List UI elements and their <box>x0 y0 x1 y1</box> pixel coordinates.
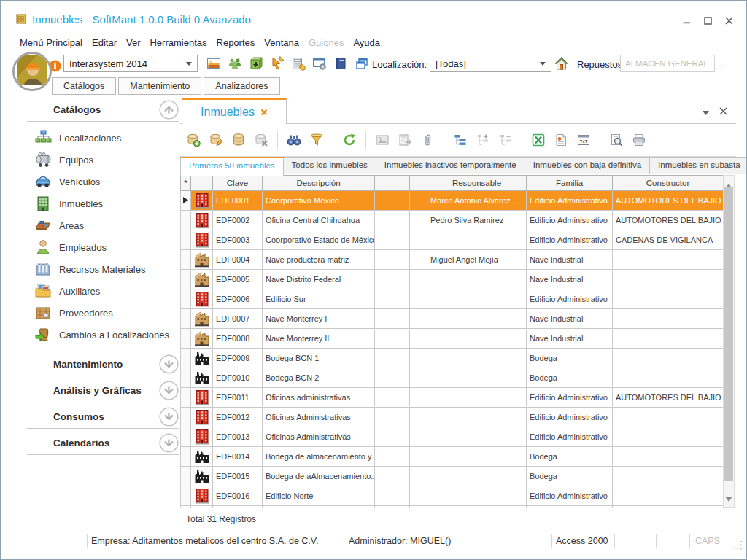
column-header-clave[interactable]: Clave <box>213 176 263 191</box>
cell-responsable[interactable] <box>427 467 527 486</box>
row-selector-cell[interactable] <box>181 211 191 230</box>
search-binoculars-icon[interactable] <box>285 131 303 149</box>
cell-extra-2[interactable] <box>392 211 410 230</box>
tab-catalogos[interactable]: Catálogos <box>52 77 116 95</box>
row-selector-cell[interactable] <box>181 270 191 289</box>
menu-item-ayuda[interactable]: Ayuda <box>353 37 380 48</box>
cell-extra-1[interactable] <box>375 506 392 509</box>
view-tab-inmuebles-con-baja-definitiva[interactable]: Inmuebles con baja definitiva <box>525 157 650 174</box>
menu-item-herramientas[interactable]: Herramientas <box>150 37 206 48</box>
cell-constructor[interactable] <box>613 309 724 329</box>
row-icon-cell[interactable] <box>191 270 213 289</box>
row-selector-cell[interactable] <box>181 230 191 250</box>
cell-extra-1[interactable] <box>375 250 392 270</box>
cell-familia[interactable]: Nave Industrial <box>527 270 613 289</box>
row-icon-cell[interactable] <box>191 349 213 368</box>
table-row[interactable]: EDF0011Oficinas administrativasEdificio … <box>181 388 724 408</box>
cell-extra-2[interactable] <box>392 467 410 486</box>
row-icon-cell[interactable] <box>191 191 213 211</box>
cell-familia[interactable]: Edificio Administrativo <box>527 230 613 250</box>
table-row[interactable] <box>181 506 724 509</box>
row-icon-cell[interactable] <box>191 486 213 506</box>
table-row[interactable]: EDF0006Edificio SurEdificio Administrati… <box>181 289 724 309</box>
cell-familia[interactable]: Bodega <box>527 467 613 486</box>
picture-icon[interactable] <box>206 56 221 71</box>
collapse-up-icon[interactable] <box>159 100 179 120</box>
row-icon-cell[interactable] <box>191 368 213 388</box>
column-header-col-5[interactable] <box>392 176 410 191</box>
column-header-responsable[interactable]: Responsable <box>427 176 527 191</box>
row-selector-cell[interactable] <box>181 309 191 329</box>
cell-clave[interactable] <box>213 506 263 509</box>
cell-extra-3[interactable] <box>410 349 427 368</box>
cell-extra-3[interactable] <box>410 309 427 329</box>
company-selector[interactable]: Interasystem 2014 <box>63 55 198 72</box>
table-row[interactable]: EDF0014Bodega de almacenamiento y...Bode… <box>181 447 724 467</box>
column-header-col-6[interactable] <box>410 176 427 191</box>
row-icon-cell[interactable] <box>191 250 213 270</box>
cell-extra-3[interactable] <box>410 289 427 309</box>
row-selector-cell[interactable] <box>181 388 191 408</box>
table-row[interactable]: EDF0009Bodega BCN 1Bodega <box>181 349 724 368</box>
cell-extra-2[interactable] <box>392 427 410 447</box>
cell-extra-3[interactable] <box>410 211 427 230</box>
calculator-icon[interactable] <box>291 56 306 71</box>
row-selector-cell[interactable] <box>181 289 191 309</box>
cell-clave[interactable]: EDF0010 <box>213 368 263 388</box>
maximize-button[interactable] <box>703 16 712 25</box>
cell-clave[interactable]: EDF0004 <box>213 250 263 270</box>
cell-extra-2[interactable] <box>392 289 410 309</box>
cell-extra-2[interactable] <box>392 486 410 506</box>
cell-descripcion[interactable]: Edificio Sur <box>263 289 375 309</box>
row-icon-cell[interactable] <box>191 211 213 230</box>
table-row[interactable]: EDF0008Nave Monterrey IINave Industrial <box>181 329 724 349</box>
cell-extra-2[interactable] <box>392 329 410 349</box>
cell-extra-1[interactable] <box>375 408 392 427</box>
sidebar-item-inmuebles[interactable]: Inmuebles <box>12 192 180 214</box>
cell-familia[interactable]: Nave Industrial <box>527 250 613 270</box>
scrollbar-thumb[interactable] <box>724 187 733 481</box>
row-icon-cell[interactable] <box>191 447 213 467</box>
row-icon-cell[interactable] <box>191 506 213 509</box>
close-icon[interactable] <box>719 105 727 118</box>
repuestos-field[interactable] <box>620 55 715 72</box>
cell-descripcion[interactable]: Coorporativo México <box>263 191 375 211</box>
sidebar-item-cambios-a-localizaciones[interactable]: Cambios a Localizaciones <box>12 324 180 346</box>
cell-descripcion[interactable]: Oficina Central Chihuahua <box>263 211 375 230</box>
cascade-windows-icon[interactable] <box>355 56 369 71</box>
cell-responsable[interactable] <box>427 329 527 349</box>
datasource-icon[interactable] <box>230 131 247 149</box>
row-icon-cell[interactable] <box>191 329 213 349</box>
row-selector-cell[interactable] <box>181 447 191 467</box>
cell-constructor[interactable] <box>613 427 724 447</box>
cell-responsable[interactable] <box>427 349 527 368</box>
cell-familia[interactable]: Bodega <box>527 447 613 467</box>
cell-extra-2[interactable] <box>392 408 410 427</box>
row-icon-cell[interactable] <box>191 427 213 447</box>
row-selector-cell[interactable] <box>181 250 191 270</box>
sidebar-item-vehiculos[interactable]: Vehículos <box>12 171 180 192</box>
table-row[interactable]: EDF0005Nave Distrito FederalNave Industr… <box>181 270 724 289</box>
cell-extra-1[interactable] <box>375 329 392 349</box>
sidebar-section-consumos[interactable]: Consumos <box>12 405 180 427</box>
cell-descripcion[interactable] <box>263 506 375 509</box>
cell-extra-3[interactable] <box>410 467 427 486</box>
row-selector-cell[interactable] <box>181 368 191 388</box>
cell-clave[interactable]: EDF0007 <box>213 309 263 329</box>
cell-constructor[interactable] <box>613 467 724 486</box>
cell-familia[interactable]: Bodega <box>527 349 613 368</box>
cell-extra-2[interactable] <box>392 368 410 388</box>
cell-extra-3[interactable] <box>410 506 427 509</box>
team-icon[interactable] <box>228 56 242 71</box>
cell-familia[interactable]: Edificio Administrativo <box>527 427 613 447</box>
scroll-down-icon[interactable] <box>725 491 732 505</box>
table-row[interactable]: EDF0015Bodega de aAlmacenamiento...Bodeg… <box>181 467 724 486</box>
cell-extra-3[interactable] <box>410 191 427 211</box>
row-selector-cell[interactable] <box>181 408 191 427</box>
cell-constructor[interactable]: AUTOMOTORES DEL BAJIO <box>613 388 724 408</box>
cell-familia[interactable]: Nave Industrial <box>527 329 613 349</box>
cell-responsable[interactable] <box>427 388 527 408</box>
column-header-col-1[interactable] <box>191 176 213 191</box>
record-edit-icon[interactable] <box>207 131 225 149</box>
cell-familia[interactable]: Edificio Administrativo <box>527 408 613 427</box>
